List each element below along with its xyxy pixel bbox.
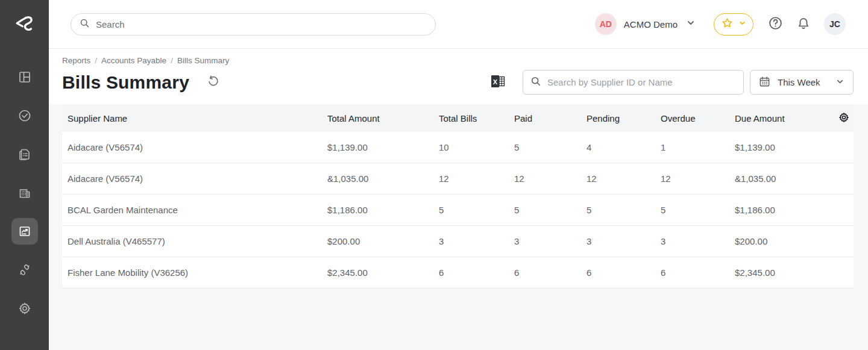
cell-total-amount: $2,345.00 [327, 267, 439, 278]
cell-total-bills: 12 [439, 173, 514, 184]
content-area: Supplier Name Total Amount Total Bills P… [49, 104, 868, 350]
cell-pending: 5 [587, 205, 661, 215]
bell-icon [796, 16, 811, 33]
breadcrumb-reports[interactable]: Reports [62, 56, 90, 65]
calendar-icon [759, 76, 770, 89]
table-body: Aidacare (V56574) $1,139.00 10 5 4 1 $1,… [62, 132, 854, 289]
topbar: AD ACMO Demo [49, 0, 868, 49]
svg-text:X: X [493, 78, 498, 86]
favorites-button[interactable] [714, 13, 753, 36]
sidebar-item-settings[interactable] [11, 295, 38, 322]
cell-total-bills: 5 [439, 205, 514, 215]
column-header-total-bills[interactable]: Total Bills [439, 113, 514, 123]
table-header-row: Supplier Name Total Amount Total Bills P… [62, 104, 854, 132]
cell-total-amount: $1,139.00 [327, 142, 439, 152]
table-row[interactable]: Aidacare (V56574) $1,139.00 10 5 4 1 $1,… [62, 132, 854, 163]
cell-total-bills: 10 [439, 142, 514, 152]
breadcrumb-accounts-payable[interactable]: Accounts Payable [101, 56, 166, 65]
cell-supplier-name: Aidacare (V56574) [62, 142, 327, 152]
cell-supplier-name: BCAL Garden Maintenance [62, 205, 327, 215]
date-filter-chevron-down-icon [835, 77, 844, 88]
org-chevron-down-icon[interactable] [686, 18, 696, 30]
cell-pending: 3 [587, 236, 661, 246]
cell-overdue: 6 [661, 267, 735, 278]
sidebar-item-reports[interactable] [11, 218, 38, 245]
cell-total-bills: 3 [439, 236, 514, 246]
topbar-right: AD ACMO Demo [595, 13, 846, 36]
excel-icon: X [490, 73, 506, 91]
table-row[interactable]: Aidacare (V56574) &1,035.00 12 12 12 12 … [62, 163, 854, 195]
breadcrumb-separator: / [171, 56, 173, 65]
sidebar-item-organisation[interactable] [11, 180, 38, 206]
cell-total-bills: 6 [439, 267, 514, 278]
app-logo-icon[interactable] [9, 8, 40, 40]
cell-pending: 6 [587, 267, 661, 278]
cell-paid: 3 [514, 236, 587, 246]
cell-pending: 12 [587, 173, 661, 184]
page-head: Reports / Accounts Payable / Bills Summa… [49, 49, 868, 104]
cell-supplier-name: Dell Australia (V465577) [62, 236, 327, 246]
cell-overdue: 1 [661, 142, 735, 152]
column-header-paid[interactable]: Paid [514, 113, 587, 123]
search-icon [80, 18, 96, 31]
title-row: Bills Summary X [62, 70, 854, 95]
cell-pending: 4 [587, 142, 661, 152]
column-header-due-amount[interactable]: Due Amount [735, 113, 831, 123]
sidebar-nav [11, 64, 38, 334]
supplier-search-input[interactable] [547, 77, 736, 87]
cell-paid: 5 [514, 205, 587, 215]
breadcrumb-bills-summary[interactable]: Bills Summary [177, 56, 229, 65]
refresh-button[interactable] [206, 75, 219, 90]
global-search-input[interactable] [96, 19, 427, 30]
bills-summary-table: Supplier Name Total Amount Total Bills P… [62, 104, 854, 289]
column-header-total-amount[interactable]: Total Amount [327, 113, 439, 123]
sidebar-item-approvals[interactable] [11, 102, 38, 129]
cell-paid: 6 [514, 267, 587, 278]
check-circle-icon [17, 108, 32, 123]
cell-due-amount: $1,139.00 [735, 142, 831, 152]
cell-total-amount: &1,035.00 [327, 173, 439, 184]
date-filter-button[interactable]: This Week [750, 70, 854, 95]
table-row[interactable]: Fisher Lane Mobility (V36256) $2,345.00 … [62, 257, 854, 289]
help-icon [768, 16, 783, 33]
cell-overdue: 5 [661, 205, 735, 215]
column-header-pending[interactable]: Pending [587, 113, 661, 123]
supplier-search [523, 70, 744, 95]
plug-icon [17, 263, 32, 277]
sidebar [0, 0, 49, 350]
column-header-supplier-name[interactable]: Supplier Name [62, 113, 327, 123]
notifications-button[interactable] [796, 16, 811, 33]
star-icon [721, 17, 734, 31]
cell-due-amount: $200.00 [735, 236, 831, 246]
export-excel-button[interactable]: X [490, 73, 506, 91]
table-settings-button[interactable] [838, 111, 850, 125]
table-row[interactable]: BCAL Garden Maintenance $1,186.00 5 5 5 … [62, 195, 854, 226]
cell-supplier-name: Fisher Lane Mobility (V36256) [62, 267, 327, 278]
cell-overdue: 12 [661, 173, 735, 184]
sidebar-item-dashboard[interactable] [11, 64, 38, 90]
cell-due-amount: $1,186.00 [735, 205, 831, 215]
gear-icon [17, 301, 32, 316]
building-icon [17, 186, 32, 200]
help-button[interactable] [768, 16, 783, 33]
date-filter-label: This Week [778, 77, 820, 87]
favorites-chevron-down-icon [738, 19, 746, 29]
global-search [71, 13, 436, 36]
cell-total-amount: $1,186.00 [327, 205, 439, 215]
breadcrumb-separator: / [95, 56, 97, 65]
gear-icon [838, 111, 850, 125]
report-chart-icon [17, 224, 32, 239]
sidebar-item-integrations[interactable] [11, 257, 38, 283]
column-header-overdue[interactable]: Overdue [661, 113, 735, 123]
breadcrumb: Reports / Accounts Payable / Bills Summa… [62, 56, 854, 65]
dashboard-icon [17, 70, 32, 84]
sidebar-item-documents[interactable] [11, 141, 38, 167]
cell-supplier-name: Aidacare (V56574) [62, 173, 327, 184]
user-avatar[interactable]: JC [824, 13, 846, 35]
document-icon [17, 147, 32, 161]
cell-due-amount: $2,345.00 [735, 267, 831, 278]
cell-due-amount: &1,035.00 [735, 173, 831, 184]
page-title: Bills Summary [62, 72, 189, 93]
cell-paid: 12 [514, 173, 587, 184]
table-row[interactable]: Dell Australia (V465577) $200.00 3 3 3 3… [62, 226, 854, 257]
